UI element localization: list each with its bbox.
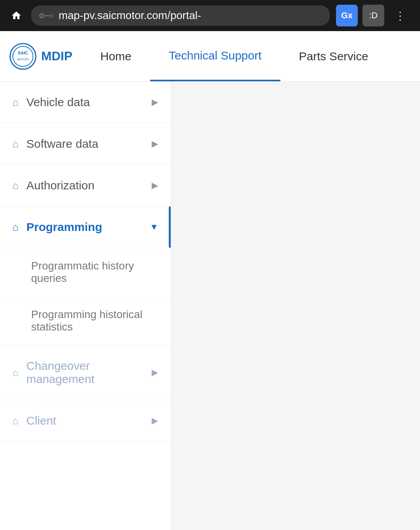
programming-icon: ⌂ [12,221,19,233]
authorization-icon: ⌂ [12,180,19,192]
dict-icon-label: :D [369,10,378,21]
authorization-arrow: ▶ [152,180,158,191]
software-data-label: Software data [26,137,152,150]
changeover-management-icon: ⌂ [12,367,19,379]
content-area [171,82,420,530]
sidebar: ⌂ Vehicle data ▶ ⌂ Software data ▶ ⌂ Aut… [0,82,171,530]
browser-toolbar: Gx :D ⋮ [336,4,412,27]
sidebar-item-programming[interactable]: ⌂ Programming ▼ [0,206,171,248]
client-icon: ⌂ [12,415,19,427]
more-icon: ⋮ [395,9,406,22]
svg-point-0 [10,44,36,69]
brand-name: MDIP [41,49,72,63]
tab-technical-support[interactable]: Technical Support [150,31,280,81]
sidebar-item-client[interactable]: ⌂ Client ▶ [0,400,171,442]
programming-historical-statistics-label: Programming historical statistics [31,308,142,333]
programming-sub-menu: Programmatic history queries Programming… [0,248,171,345]
sidebar-item-changeover-management[interactable]: ⌂ Changeover management ▶ [0,345,171,400]
address-bar-icon: ⊙─○ [39,11,54,20]
dict-button[interactable]: :D [362,5,384,26]
vehicle-data-label: Vehicle data [26,96,152,109]
changeover-management-label: Changeover management [26,359,152,386]
active-indicator-bar [169,206,171,248]
saic-logo: SAIC MOTOR [9,43,37,70]
client-label: Client [26,414,152,427]
sidebar-item-authorization[interactable]: ⌂ Authorization ▶ [0,165,171,206]
browser-address-bar[interactable]: ⊙─○ map-pv.saicmotor.com/portal- [31,5,330,26]
svg-text:SAIC: SAIC [18,51,28,55]
sidebar-subitem-programming-historical-statistics[interactable]: Programming historical statistics [0,297,171,345]
sidebar-item-vehicle-data[interactable]: ⌂ Vehicle data ▶ [0,82,171,123]
tab-home[interactable]: Home [82,31,150,81]
software-data-icon: ⌂ [12,138,19,150]
sidebar-item-software-data[interactable]: ⌂ Software data ▶ [0,123,171,165]
programming-arrow: ▼ [150,222,158,232]
vehicle-data-arrow: ▶ [152,97,158,107]
svg-text:MOTOR: MOTOR [17,58,29,61]
browser-chrome: ⊙─○ map-pv.saicmotor.com/portal- Gx :D ⋮ [0,0,420,31]
translate-button[interactable]: Gx [336,5,358,26]
changeover-management-arrow: ▶ [152,367,158,378]
authorization-label: Authorization [26,179,152,192]
main-nav: Home Technical Support Parts Service [82,31,420,81]
logo-section: SAIC MOTOR MDIP [0,31,82,81]
vehicle-data-icon: ⌂ [12,96,19,108]
url-text: map-pv.saicmotor.com/portal- [59,9,201,22]
software-data-arrow: ▶ [152,139,158,149]
more-button[interactable]: ⋮ [389,4,412,27]
main-layout: ⌂ Vehicle data ▶ ⌂ Software data ▶ ⌂ Aut… [0,82,420,530]
sidebar-subitem-programmatic-history-queries[interactable]: Programmatic history queries [0,248,171,297]
tab-parts-service[interactable]: Parts Service [280,31,387,81]
app-header: SAIC MOTOR MDIP Home Technical Support P… [0,31,420,82]
programming-label: Programming [26,220,150,234]
programmatic-history-queries-label: Programmatic history queries [31,260,134,284]
translate-icon-label: Gx [341,10,352,21]
client-arrow: ▶ [152,416,158,426]
browser-home-button[interactable] [8,7,25,24]
svg-point-1 [13,46,33,66]
